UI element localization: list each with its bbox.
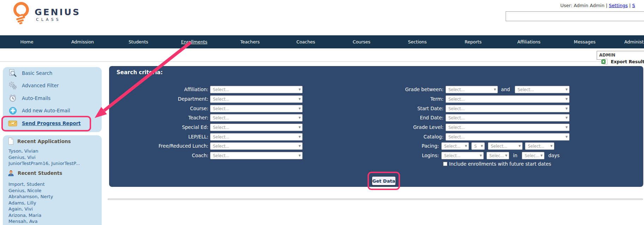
nav-item-courses[interactable]: Courses (334, 35, 389, 48)
term-label: Term: (362, 95, 443, 103)
nav-item-administration[interactable]: Administration (613, 35, 644, 48)
include-future-label: Include enrollments with future start da… (449, 160, 551, 168)
course-select[interactable]: Select... (210, 105, 303, 112)
settings-link[interactable]: Settings (609, 3, 628, 8)
dropdown-arrow-icon (519, 144, 521, 148)
export-result-label: Export Result (611, 59, 644, 64)
results-divider (108, 199, 643, 200)
nav-item-reports[interactable]: Reports (445, 35, 501, 48)
sidebar-item-add-auto-email[interactable]: Add new Auto-Email (3, 105, 102, 116)
coach-label: Coach: (127, 152, 208, 159)
list-item[interactable]: Genius, Nicole (8, 188, 99, 194)
dropdown-arrow-icon (481, 144, 483, 148)
dropdown-arrow-icon (299, 144, 301, 148)
recent-students-list: Import, Student Genius, Nicole Abrahamso… (8, 181, 99, 225)
dropdown-arrow-icon (299, 88, 301, 91)
dropdown-arrow-icon (494, 88, 496, 91)
nav-item-students[interactable]: Students (111, 35, 166, 48)
dropdown-arrow-icon (566, 88, 568, 91)
get-data-button[interactable]: Get Data (372, 176, 396, 185)
list-item[interactable]: Abrahamson, Nerty (8, 194, 99, 200)
genius-class-logo: GENIUS CLASS (10, 1, 80, 25)
list-item[interactable]: Mensah, Ava (8, 218, 99, 225)
recent-students-header: Recent Students (8, 170, 62, 176)
export-result-button[interactable]: Export Result (601, 58, 644, 65)
special-ed-select[interactable]: Select... (210, 124, 303, 131)
catalog-label: Catalog: (362, 133, 443, 141)
sidebar-item-basic-search[interactable]: Basic Search (3, 68, 102, 78)
logins-select-2[interactable]: Selec... (487, 152, 509, 159)
special-ed-label: Special Ed: (127, 124, 208, 131)
list-item[interactable]: Adams, Lilly (8, 200, 99, 206)
sidebar-item-advanced-filter[interactable]: Advanced Filter (3, 80, 102, 91)
nav-item-affiliations[interactable]: Affiliations (501, 35, 557, 48)
end-date-select[interactable]: Select... (446, 114, 570, 122)
nav-item-home[interactable]: Home (0, 35, 55, 48)
lunch-select[interactable]: Select... (210, 142, 303, 150)
dropdown-arrow-icon (550, 144, 553, 148)
dropdown-arrow-icon (299, 97, 301, 101)
lep-ell-label: LEP/ELL: (127, 133, 208, 141)
logins-select-1[interactable]: Select... (441, 152, 484, 159)
affiliation-select[interactable]: Select... (210, 86, 303, 93)
end-date-label: End Date: (362, 114, 443, 122)
nav-item-enrollments[interactable]: Enrollments (166, 35, 222, 48)
signout-link[interactable]: S (632, 3, 635, 8)
dropdown-arrow-icon (566, 135, 568, 138)
nav-item-sections[interactable]: Sections (389, 35, 445, 48)
page-icon (8, 137, 14, 145)
logins-select-3[interactable]: Selec... (522, 152, 544, 159)
dropdown-arrow-icon (299, 135, 301, 138)
grade-from-select[interactable]: Select... (446, 86, 498, 93)
grade-to-select[interactable]: Select... (515, 86, 570, 93)
quick-search-input[interactable] (506, 11, 644, 21)
include-future-checkbox[interactable] (443, 162, 447, 166)
pacing-select-1[interactable]: Select... (441, 142, 469, 150)
nav-item-admission[interactable]: Admission (55, 35, 111, 48)
list-item[interactable]: Genius, Vivi (8, 154, 99, 161)
list-item[interactable]: JuniorTestPram16, JuniorTestP... (8, 160, 99, 167)
add-circle-icon (8, 106, 18, 116)
pacing-select-4[interactable]: Select... (525, 142, 554, 150)
panel-title: Search criteria: (117, 69, 163, 76)
teacher-select[interactable]: Select... (210, 114, 303, 122)
start-date-label: Start Date: (362, 105, 443, 112)
list-item[interactable]: Import, Student (8, 181, 99, 188)
dropdown-arrow-icon (299, 126, 301, 129)
recent-applications-header: Recent Applications (8, 137, 71, 145)
dropdown-arrow-icon (480, 154, 482, 157)
nav-item-messages[interactable]: Messages (557, 35, 613, 48)
start-date-select[interactable]: Select... (446, 105, 570, 112)
toolbar-divider (0, 61, 601, 62)
nav-item-teachers[interactable]: Teachers (222, 35, 278, 48)
sidebar-item-auto-emails[interactable]: Auto-Emails (3, 93, 102, 103)
pacing-select-3[interactable]: Select... (488, 142, 523, 150)
list-item[interactable]: Tyson, Vivian (8, 148, 99, 154)
pacing-label: Pacing: (358, 142, 439, 150)
grade-between-label: Grade between: (362, 86, 443, 93)
affiliation-label: Affiliation: (127, 86, 208, 93)
course-label: Course: (127, 105, 208, 112)
lunch-label: Free/Reduced Lunch: (127, 142, 208, 150)
pacing-select-2[interactable]: S (471, 142, 485, 150)
list-item[interactable]: Again, Vivi (8, 206, 99, 212)
lightbulb-icon (10, 1, 32, 25)
excel-icon (601, 58, 608, 65)
term-select[interactable]: Select... (446, 95, 570, 103)
brand-name: GENIUS (35, 8, 80, 17)
sidebar-item-send-progress-report[interactable]: Send Progress Report (3, 118, 102, 129)
grade-level-select[interactable]: Select... (446, 124, 570, 131)
list-item[interactable]: Arizona, Maria (8, 212, 99, 219)
coach-select[interactable]: Select... (210, 152, 303, 159)
teacher-label: Teacher: (127, 114, 208, 122)
send-envelope-icon (8, 118, 18, 128)
lep-ell-select[interactable]: Select... (210, 133, 303, 141)
catalog-select[interactable]: Select... (446, 133, 570, 141)
dropdown-arrow-icon (541, 154, 543, 157)
brand-subtitle: CLASS (36, 17, 80, 22)
department-select[interactable]: Select... (210, 95, 303, 103)
dropdown-arrow-icon (505, 154, 507, 157)
page: GENIUS CLASS User: Admin Admin | Setting… (0, 0, 644, 225)
nav-item-coaches[interactable]: Coaches (278, 35, 334, 48)
dropdown-arrow-icon (299, 154, 301, 157)
